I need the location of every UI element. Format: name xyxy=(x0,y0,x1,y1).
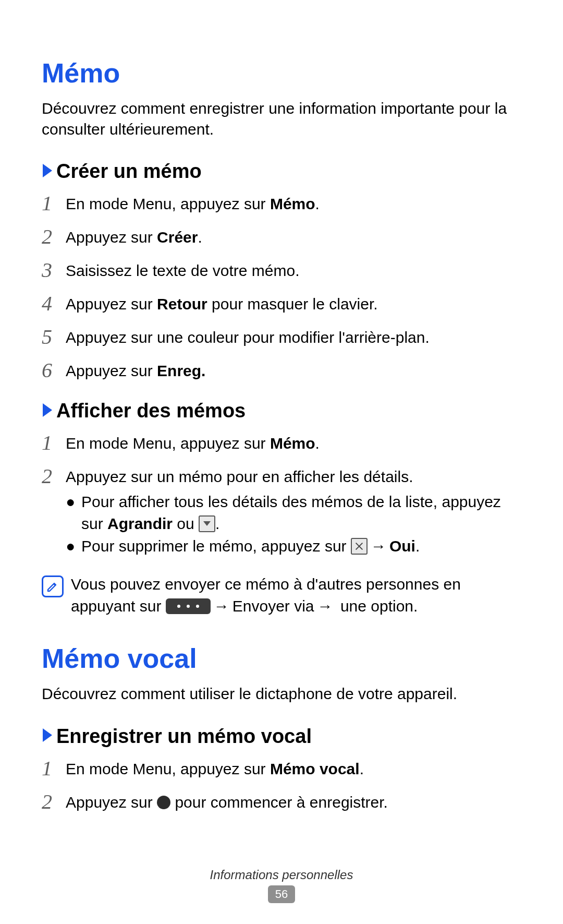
chevron-icon xyxy=(42,163,53,181)
step-text: Appuyez sur pour commencer à enregistrer… xyxy=(66,791,521,813)
text: une option. xyxy=(336,597,418,615)
step-number: 1 xyxy=(42,754,66,783)
step-item: 1 En mode Menu, appuyez sur Mémo. xyxy=(42,427,521,457)
step-text: En mode Menu, appuyez sur Mémo. xyxy=(66,193,521,215)
chevron-icon xyxy=(42,727,53,745)
page-footer: Informations personnelles 56 xyxy=(0,868,563,903)
text-bold: Agrandir xyxy=(107,515,173,532)
subheading-text: Enregistrer un mémo vocal xyxy=(56,725,312,748)
step-number: 5 xyxy=(42,322,66,352)
text: pour masquer le clavier. xyxy=(207,295,378,313)
step-number: 4 xyxy=(42,289,66,318)
step-number: 6 xyxy=(42,356,66,385)
bullet-list: ● Pour afficher tous les détails des mém… xyxy=(66,491,521,557)
text-bold: Mémo xyxy=(270,195,315,212)
text-bold: Créer xyxy=(157,229,198,246)
bullet-text: Pour afficher tous les détails des mémos… xyxy=(81,491,521,534)
step-text: Appuyez sur un mémo pour en afficher les… xyxy=(66,466,521,558)
step-text: Saisissez le texte de votre mémo. xyxy=(66,260,521,282)
text-bold: Enreg. xyxy=(157,362,205,379)
section-title-memo: Mémo xyxy=(42,57,521,89)
step-number: 2 xyxy=(42,787,66,817)
text: pour commencer à enregistrer. xyxy=(170,794,388,811)
note-text: Vous pouvez envoyer ce mémo à d'autres p… xyxy=(66,573,521,617)
steps-create-memo: 1 En mode Menu, appuyez sur Mémo. 2 Appu… xyxy=(42,188,521,384)
note-icon-wrap xyxy=(42,573,66,597)
bullet-dot-icon: ● xyxy=(66,535,81,557)
text: Appuyez sur xyxy=(66,362,157,379)
text: Appuyez sur xyxy=(66,295,157,313)
text: . xyxy=(215,515,219,532)
subheading-text: Créer un mémo xyxy=(56,160,202,183)
step-item: 2 Appuyez sur Créer. xyxy=(42,221,521,250)
step-item: 1 En mode Menu, appuyez sur Mémo. xyxy=(42,188,521,217)
bullet-dot-icon: ● xyxy=(66,491,81,512)
delete-x-icon xyxy=(351,538,368,555)
text-bold: Mémo xyxy=(270,435,315,452)
step-number: 3 xyxy=(42,256,66,285)
svg-marker-0 xyxy=(43,164,52,177)
text: Appuyez sur xyxy=(66,794,157,811)
text-bold: Retour xyxy=(157,295,207,313)
step-number: 1 xyxy=(42,428,66,458)
section-intro-memo: Découvrez comment enregistrer une inform… xyxy=(42,98,521,139)
section-intro-voice-memo: Découvrez comment utiliser le dictaphone… xyxy=(42,683,521,704)
page-number-badge: 56 xyxy=(268,885,295,903)
footer-chapter: Informations personnelles xyxy=(0,868,563,882)
arrow-right-icon: → xyxy=(317,595,333,617)
step-number: 2 xyxy=(42,462,66,491)
svg-marker-1 xyxy=(43,403,52,417)
steps-view-memos: 1 En mode Menu, appuyez sur Mémo. 2 Appu… xyxy=(42,427,521,558)
text: . xyxy=(415,537,420,555)
record-icon xyxy=(157,796,170,809)
text: En mode Menu, appuyez sur xyxy=(66,760,270,777)
steps-record-voice-memo: 1 En mode Menu, appuyez sur Mémo vocal. … xyxy=(42,753,521,815)
step-number: 2 xyxy=(42,222,66,251)
section-title-voice-memo: Mémo vocal xyxy=(42,643,521,674)
text: . xyxy=(360,760,364,777)
page-number-wrap: 56 xyxy=(0,885,563,903)
text-bold: Oui xyxy=(389,537,415,555)
step-text: Appuyez sur Enreg. xyxy=(66,360,521,382)
more-options-icon xyxy=(166,598,211,614)
text: Appuyez sur xyxy=(66,229,157,246)
step-item: 4 Appuyez sur Retour pour masquer le cla… xyxy=(42,288,521,317)
step-item: 3 Saisissez le texte de votre mémo. xyxy=(42,255,521,284)
text: Appuyez sur un mémo pour en afficher les… xyxy=(66,468,413,485)
svg-marker-2 xyxy=(43,728,52,742)
expand-down-icon xyxy=(199,515,215,532)
step-text: En mode Menu, appuyez sur Mémo vocal. xyxy=(66,758,521,780)
step-item: 2 Appuyez sur un mémo pour en afficher l… xyxy=(42,461,521,558)
subheading-view-memos: Afficher des mémos xyxy=(42,400,521,422)
subheading-text: Afficher des mémos xyxy=(56,400,246,422)
text: Pour supprimer le mémo, appuyez sur xyxy=(81,537,351,555)
step-item: 2 Appuyez sur pour commencer à enregistr… xyxy=(42,786,521,815)
text-bold: Mémo vocal xyxy=(270,760,360,777)
arrow-right-icon: → xyxy=(214,595,229,617)
arrow-right-icon: → xyxy=(371,535,386,557)
note-pencil-icon xyxy=(42,575,64,597)
step-item: 6 Appuyez sur Enreg. xyxy=(42,355,521,384)
text: . xyxy=(315,195,320,212)
manual-page: Mémo Découvrez comment enregistrer une i… xyxy=(0,0,563,924)
step-text: Appuyez sur Créer. xyxy=(66,226,521,248)
subheading-record-voice-memo: Enregistrer un mémo vocal xyxy=(42,725,521,748)
chevron-icon xyxy=(42,402,53,420)
step-number: 1 xyxy=(42,189,66,218)
note-box: Vous pouvez envoyer ce mémo à d'autres p… xyxy=(42,573,521,617)
step-text: Appuyez sur Retour pour masquer le clavi… xyxy=(66,293,521,315)
text: ou xyxy=(173,515,199,532)
step-text: En mode Menu, appuyez sur Mémo. xyxy=(66,433,521,454)
text: En mode Menu, appuyez sur xyxy=(66,195,270,212)
bullet-item: ● Pour supprimer le mémo, appuyez sur →O… xyxy=(66,535,521,557)
subheading-create-memo: Créer un mémo xyxy=(42,160,521,183)
text: En mode Menu, appuyez sur xyxy=(66,435,270,452)
text-bold: Envoyer via xyxy=(232,597,314,615)
bullet-item: ● Pour afficher tous les détails des mém… xyxy=(66,491,521,534)
text: . xyxy=(315,435,320,452)
bullet-text: Pour supprimer le mémo, appuyez sur →Oui… xyxy=(81,535,521,557)
text: . xyxy=(198,229,202,246)
step-item: 5 Appuyez sur une couleur pour modifier … xyxy=(42,321,521,351)
step-item: 1 En mode Menu, appuyez sur Mémo vocal. xyxy=(42,753,521,782)
step-text: Appuyez sur une couleur pour modifier l'… xyxy=(66,327,521,349)
